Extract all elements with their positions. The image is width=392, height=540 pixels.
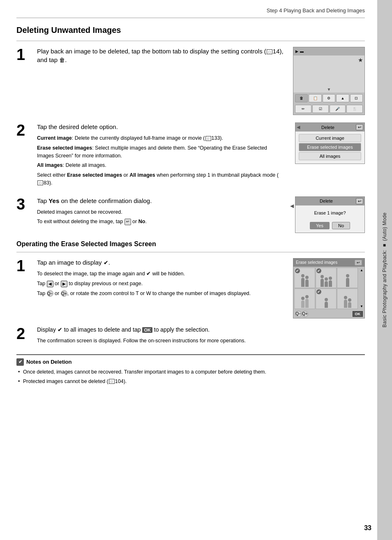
section2-title: Operating the Erase Selected Images Scre… [16, 240, 365, 248]
step2-select-note3: ). [49, 180, 53, 186]
thumb-1-check: ✔ [295, 268, 300, 273]
thumb-4[interactable] [294, 288, 315, 309]
thumb-3[interactable] [337, 268, 358, 288]
person6 [346, 278, 349, 287]
erase-header: Erase selected images ↩ [293, 258, 364, 267]
step3-row: 3 Tap Yes on the delete confirmation dia… [16, 196, 365, 233]
delete-menu-current-image[interactable]: Current image [299, 134, 361, 142]
erase-zoom-out-btn[interactable]: Q− [295, 311, 302, 317]
section2-step1-sub1: To deselect the image, tap the image aga… [37, 270, 284, 278]
confirm-no-btn[interactable]: No [332, 222, 350, 229]
step3-or: or [131, 219, 138, 224]
copy-ctrl-btn[interactable]: 📋 [309, 94, 321, 102]
zoom-out-btn[interactable]: Q− [47, 290, 53, 297]
step2-current-image-ref: 133 [212, 135, 220, 141]
section2-step1-image-area: Erase selected images ↩ ✔ [291, 258, 365, 318]
mic-ctrl-btn[interactable]: 🎤 [330, 105, 346, 113]
page-header: Step 4 Playing Back and Deleting Images [16, 0, 365, 18]
book-icon-note: □ [109, 379, 115, 384]
delete-menu-all-images[interactable]: All images [299, 152, 361, 160]
fork-ctrl-btn[interactable]: 🍴 [346, 105, 363, 113]
notes-title: ✔ Notes on Deletion [16, 358, 365, 366]
person1 [301, 278, 304, 287]
notes-title-text: Notes on Deletion [26, 359, 72, 365]
checkmark-display-icon: ✔ [104, 259, 108, 266]
thumb-5-check: ✔ [316, 289, 321, 294]
step2-all-images: All images: Delete all images. [37, 162, 284, 169]
erase-main: ✔ ✔ [293, 267, 364, 310]
delete-menu-left-arrow: ◀ [297, 125, 300, 130]
settings-ctrl-btn[interactable]: ⚙ [323, 94, 335, 102]
confirm-buttons: Yes No [295, 220, 364, 233]
playback-controls-row1: 🗑 📋 ⚙ ▲ ⊡ [293, 92, 364, 104]
erase-screen: Erase selected images ↩ ✔ [293, 258, 365, 318]
person8 [305, 299, 309, 308]
thumb-1[interactable]: ✔ [294, 268, 315, 288]
notes-section: ✔ Notes on Deletion Once deleted, images… [16, 354, 365, 385]
delete-menu: ◀ Delete ↩ Current image Erase selected … [295, 122, 365, 164]
thumb-5[interactable]: ✔ [316, 288, 337, 309]
section2-sub1-text: To deselect the image, tap the image aga… [37, 271, 146, 277]
erase-back-btn[interactable]: ↩ [355, 260, 362, 265]
section2-sub3-text: Tap [37, 291, 47, 296]
playback-controls-row2: ✏ ☑ 🎤 🍴 [293, 104, 364, 115]
book-icon2: □ [205, 136, 211, 141]
section2-step2-heading: Display ✔ to all images to delete and ta… [37, 326, 365, 334]
section2-sub2-text: Tap [37, 281, 47, 286]
erase-ok-btn[interactable]: OK [353, 311, 363, 317]
step2-erase-selected: Erase selected images: Select multiple i… [37, 144, 284, 160]
book-icon3: □ [37, 180, 43, 185]
ok-apply-btn: OK [142, 327, 152, 333]
section2-step2-number: 2 [16, 326, 30, 342]
section2-divider [16, 252, 365, 252]
step3-yes-label: Yes [48, 197, 59, 204]
step1-text-part1: Play back an image to be deleted, tap th… [37, 48, 266, 55]
section2-sub3-rest: , or rotate the zoom control to T or W t… [67, 291, 251, 296]
confirm-yes-btn[interactable]: Yes [310, 222, 330, 229]
step2-current-image-desc2: ). [220, 135, 223, 141]
confirm-back-btn[interactable]: ↩ [356, 198, 363, 204]
section2-sub3-mid: or [53, 291, 61, 296]
nav-next-icon: ▶ [61, 281, 67, 287]
erase-screen-title: Erase selected images [296, 260, 337, 265]
person2 [305, 279, 309, 287]
delete-menu-title: Delete [321, 125, 334, 130]
section2-step1-sub2: Tap ◀ or ▶ to display previous or next p… [37, 280, 284, 288]
step3-period: . [145, 219, 146, 224]
delete-menu-erase-selected[interactable]: Erase selected images [299, 143, 361, 151]
trash-ctrl-btn[interactable]: 🗑 [295, 94, 308, 102]
thumb-6[interactable] [337, 288, 358, 309]
zoom-in-btn[interactable]: Q+ [61, 290, 67, 297]
note-item-2: Protected images cannot be deleted (□104… [16, 378, 365, 385]
section2-step2-sub1: The confirmation screen is displayed. Fo… [37, 337, 365, 345]
crop-ctrl-btn[interactable]: ⊡ [350, 94, 363, 102]
step2-image-area: ◀ Delete ↩ Current image Erase selected … [291, 122, 365, 164]
step2-or: or [122, 172, 129, 178]
section2-step1-sub3: Tap Q− or Q+, or rotate the zoom control… [37, 290, 284, 298]
erase-zoom-in-btn[interactable]: Q+ [302, 311, 308, 317]
person9 [325, 302, 328, 308]
thumb-2[interactable]: ✔ [316, 268, 337, 288]
upload-ctrl-btn[interactable]: ▲ [336, 94, 349, 102]
check-ctrl-btn[interactable]: ☑ [312, 105, 329, 113]
trash-icon: 🗑 [59, 57, 65, 63]
step2-row: 2 Tap the desired delete option. Current… [16, 122, 365, 189]
person10 [344, 300, 347, 308]
back-icon: ↩ [125, 219, 131, 225]
step1-period: . [65, 56, 67, 63]
delete-menu-back-btn[interactable]: ↩ [356, 124, 363, 130]
edit-ctrl-btn[interactable]: ✏ [295, 105, 311, 113]
step3-sub1: Deleted images cannot be recovered. [37, 208, 283, 216]
person7 [301, 300, 304, 308]
section1-title: Deleting Unwanted Images [16, 25, 365, 35]
step2-select-note: Select either Erase selected images or A… [37, 171, 284, 187]
section2-sub2-mid: or [53, 281, 61, 286]
step3-no-label: No [138, 219, 145, 224]
section2-step1-heading: Tap an image to display ✔. [37, 258, 284, 267]
step2-current-image-label: Current image [37, 135, 72, 141]
section2-step2-content: Display ✔ to all images to delete and ta… [37, 326, 365, 347]
section2-step1-period: . [108, 259, 110, 266]
step3-heading-rest: on the delete confirmation dialog. [59, 197, 152, 204]
battery-icon: ▬ [300, 49, 304, 53]
erase-scrollbar: ▲ ▼ [359, 267, 364, 310]
